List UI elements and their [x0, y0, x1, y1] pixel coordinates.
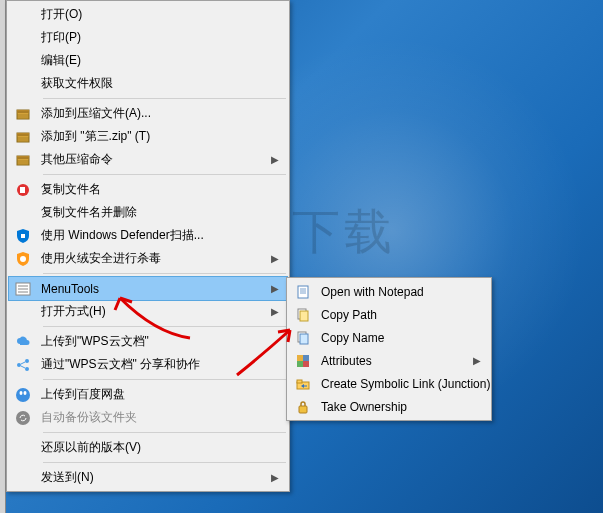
blank-icon	[13, 5, 33, 25]
svg-rect-24	[303, 355, 309, 361]
sub_menu-item-1[interactable]: Copy Path	[289, 303, 489, 326]
svg-rect-1	[17, 110, 29, 113]
menu-separator	[43, 326, 286, 327]
svg-rect-22	[300, 334, 308, 344]
sub_menu-item-3[interactable]: Attributes▶	[289, 349, 489, 372]
submenu-arrow-icon: ▶	[473, 355, 483, 366]
main_menu-item-11[interactable]: 使用 Windows Defender扫描...	[9, 224, 287, 247]
main_menu-item-21[interactable]: 自动备份该文件夹	[9, 406, 287, 429]
svg-point-16	[24, 391, 27, 395]
menu-item-label: 添加到 "第三.zip" (T)	[41, 128, 281, 145]
submenu-arrow-icon: ▶	[271, 306, 281, 317]
main_menu-item-25[interactable]: 发送到(N)▶	[9, 466, 287, 489]
main_menu-item-23[interactable]: 还原以前的版本(V)	[9, 436, 287, 459]
svg-rect-29	[299, 406, 307, 413]
svg-rect-28	[297, 380, 302, 383]
menu-item-label: 获取文件权限	[41, 75, 281, 92]
menu-separator	[43, 98, 286, 99]
main_menu-item-17[interactable]: 上传到"WPS云文档"	[9, 330, 287, 353]
main_menu-item-0[interactable]: 打开(O)	[9, 3, 287, 26]
copy-red-icon	[13, 180, 33, 200]
baidu-icon	[13, 385, 33, 405]
menu-item-label: 复制文件名并删除	[41, 204, 281, 221]
menu-item-label: Create Symbolic Link (Junction)	[321, 377, 490, 391]
blank-icon	[13, 302, 33, 322]
main_menu-item-20[interactable]: 上传到百度网盘	[9, 383, 287, 406]
main_menu-item-2[interactable]: 编辑(E)	[9, 49, 287, 72]
copyname-icon	[293, 328, 313, 348]
submenu-arrow-icon: ▶	[271, 253, 281, 264]
blank-icon	[13, 203, 33, 223]
archive-icon	[13, 104, 33, 124]
menu-separator	[43, 379, 286, 380]
sub_menu-item-2[interactable]: Copy Name	[289, 326, 489, 349]
menu-item-label: Copy Path	[321, 308, 483, 322]
main_menu-item-7[interactable]: 其他压缩命令▶	[9, 148, 287, 171]
menu-item-label: MenuTools	[41, 282, 271, 296]
menu-item-label: 发送到(N)	[41, 469, 271, 486]
ownership-icon	[293, 397, 313, 417]
huorong-icon	[13, 249, 33, 269]
menu-item-label: 添加到压缩文件(A)...	[41, 105, 281, 122]
main_menu-item-6[interactable]: 添加到 "第三.zip" (T)	[9, 125, 287, 148]
sub_menu-item-0[interactable]: Open with Notepad	[289, 280, 489, 303]
svg-point-11	[25, 359, 29, 363]
baidu-sync-icon	[13, 408, 33, 428]
menu-item-label: 其他压缩命令	[41, 151, 271, 168]
menu-item-label: 打印(P)	[41, 29, 281, 46]
sub_menu-item-4[interactable]: Create Symbolic Link (Junction)	[289, 372, 489, 395]
menu-item-label: Take Ownership	[321, 400, 483, 414]
menu-item-label: 打开(O)	[41, 6, 281, 23]
symlink-icon	[293, 374, 313, 394]
main_menu-item-14[interactable]: MenuTools▶	[9, 277, 287, 300]
svg-rect-26	[303, 361, 309, 367]
main_menu-item-15[interactable]: 打开方式(H)▶	[9, 300, 287, 323]
svg-point-9	[20, 256, 26, 262]
svg-rect-20	[300, 311, 308, 321]
blank-icon	[13, 74, 33, 94]
svg-rect-3	[17, 133, 29, 136]
menu-separator	[43, 174, 286, 175]
wps-share-icon	[13, 355, 33, 375]
main_menu-item-10[interactable]: 复制文件名并删除	[9, 201, 287, 224]
main_menu-item-12[interactable]: 使用火绒安全进行杀毒▶	[9, 247, 287, 270]
svg-point-13	[25, 367, 29, 371]
main_menu-item-18[interactable]: 通过"WPS云文档" 分享和协作	[9, 353, 287, 376]
menu-item-label: 上传到百度网盘	[41, 386, 281, 403]
archive-icon	[13, 127, 33, 147]
main_menu-item-1[interactable]: 打印(P)	[9, 26, 287, 49]
menutools-icon	[13, 279, 33, 299]
submenu-arrow-icon: ▶	[271, 283, 281, 294]
sub_menu-item-5[interactable]: Take Ownership	[289, 395, 489, 418]
menu-item-label: 使用火绒安全进行杀毒	[41, 250, 271, 267]
menu-item-label: 复制文件名	[41, 181, 281, 198]
menu-separator	[43, 462, 286, 463]
svg-rect-5	[17, 156, 29, 159]
main_menu-item-3[interactable]: 获取文件权限	[9, 72, 287, 95]
menu-item-label: 自动备份该文件夹	[41, 409, 281, 426]
archive-icon	[13, 150, 33, 170]
svg-point-12	[17, 363, 21, 367]
menu-separator	[43, 273, 286, 274]
svg-rect-18	[298, 286, 308, 298]
blank-icon	[13, 51, 33, 71]
svg-rect-7	[20, 187, 25, 193]
blank-icon	[13, 438, 33, 458]
menu-item-label: 通过"WPS云文档" 分享和协作	[41, 356, 281, 373]
submenu-arrow-icon: ▶	[271, 154, 281, 165]
svg-point-17	[16, 411, 30, 425]
svg-rect-25	[297, 361, 303, 367]
submenu-arrow-icon: ▶	[271, 472, 281, 483]
context-menu-main: 打开(O)打印(P)编辑(E)获取文件权限添加到压缩文件(A)...添加到 "第…	[6, 0, 290, 492]
main_menu-item-5[interactable]: 添加到压缩文件(A)...	[9, 102, 287, 125]
blank-icon	[13, 28, 33, 48]
menu-item-label: 使用 Windows Defender扫描...	[41, 227, 281, 244]
menu-item-label: 编辑(E)	[41, 52, 281, 69]
menu-item-label: 上传到"WPS云文档"	[41, 333, 281, 350]
attributes-icon	[293, 351, 313, 371]
notepad-icon	[293, 282, 313, 302]
menu-item-label: 打开方式(H)	[41, 303, 271, 320]
main_menu-item-9[interactable]: 复制文件名	[9, 178, 287, 201]
menu-item-label: Attributes	[321, 354, 473, 368]
svg-rect-23	[297, 355, 303, 361]
